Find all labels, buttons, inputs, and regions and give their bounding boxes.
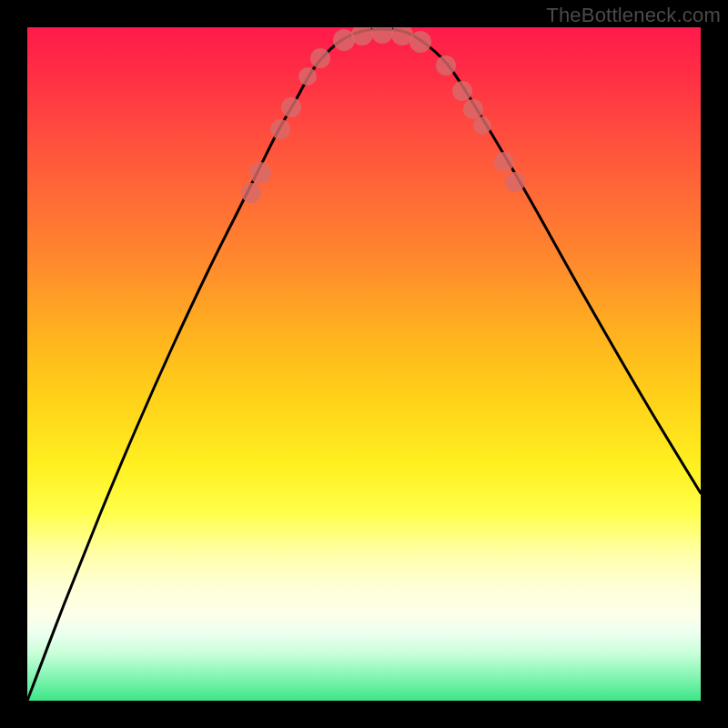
watermark-text: TheBottleneck.com	[546, 4, 721, 27]
marker-dot	[410, 31, 431, 53]
marker-dot	[473, 116, 491, 135]
marker-dot	[241, 183, 261, 203]
highlight-dots	[241, 27, 525, 203]
plot-area	[27, 27, 701, 701]
marker-dot	[452, 81, 472, 101]
marker-dot	[371, 27, 393, 44]
bottleneck-curve	[27, 29, 701, 701]
marker-dot	[463, 99, 483, 119]
marker-dot	[436, 56, 456, 76]
marker-dot	[505, 172, 525, 192]
marker-dot	[494, 152, 514, 172]
chart-frame: TheBottleneck.com	[0, 0, 728, 728]
curve-layer	[27, 27, 701, 701]
marker-dot	[249, 162, 271, 184]
marker-dot	[310, 48, 330, 68]
marker-dot	[298, 67, 317, 86]
marker-dot	[270, 119, 290, 139]
marker-dot	[281, 97, 301, 117]
